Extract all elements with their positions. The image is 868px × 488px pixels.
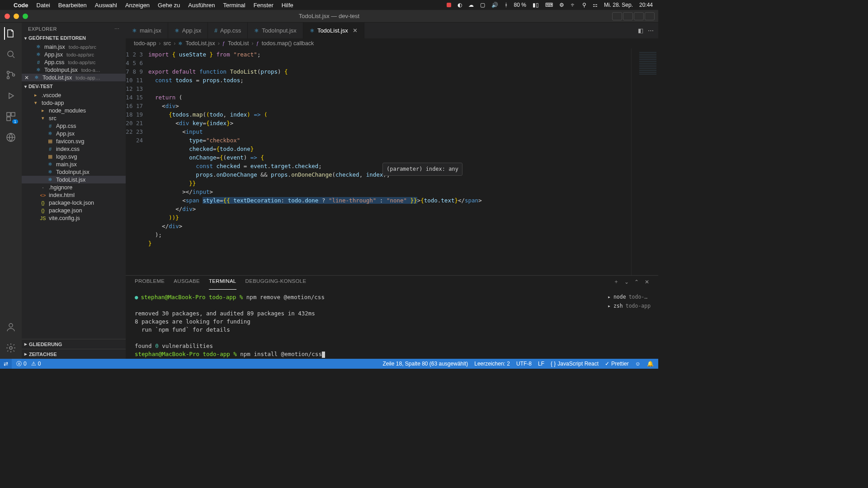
activity-account-icon[interactable]: [5, 321, 17, 333]
terminal-instance[interactable]: ▸node todo-…: [606, 292, 656, 301]
search-icon[interactable]: ⚲: [582, 2, 586, 8]
menubar-time[interactable]: 20:44: [639, 2, 653, 8]
file-item[interactable]: ·.hgignore: [22, 183, 126, 191]
split-editor-icon[interactable]: ◧: [638, 27, 643, 34]
status-encoding[interactable]: UTF-8: [516, 361, 532, 367]
file-item[interactable]: ⚛main.jsx: [22, 160, 126, 168]
folder-item[interactable]: ▸ node_modules: [22, 107, 126, 114]
status-language[interactable]: { } JavaScript React: [551, 361, 599, 367]
status-bell-icon[interactable]: 🔔: [647, 361, 654, 367]
folder-item[interactable]: ▸ .vscode: [22, 91, 126, 99]
menu-run[interactable]: Ausführen: [188, 2, 215, 9]
file-item[interactable]: ▦logo.svg: [22, 153, 126, 160]
file-item[interactable]: <>index.html: [22, 191, 126, 199]
panel-tab[interactable]: PROBLEME: [135, 278, 165, 290]
explorer-more-icon[interactable]: ⋯: [114, 26, 120, 32]
wifi-icon[interactable]: ᯤ: [571, 2, 576, 8]
menu-terminal[interactable]: Terminal: [223, 2, 245, 9]
activity-remote-icon[interactable]: [5, 131, 17, 144]
menu-go[interactable]: Gehe zu: [158, 2, 180, 9]
activity-explorer-icon[interactable]: [4, 27, 17, 40]
open-editor-item[interactable]: ⚛App.jsxtodo-app/src: [22, 51, 126, 58]
panel-tab[interactable]: AUSGABE: [174, 278, 200, 290]
breadcrumb-item[interactable]: todos.map() callback: [262, 40, 314, 47]
menu-edit[interactable]: Bearbeiten: [58, 2, 87, 9]
editor-tab[interactable]: #App.css: [208, 23, 248, 38]
volume-icon[interactable]: 🔊: [491, 2, 498, 8]
breadcrumb-item[interactable]: TodoList: [228, 40, 249, 47]
file-item[interactable]: {}package-lock.json: [22, 199, 126, 206]
minimap[interactable]: [631, 48, 658, 275]
file-item[interactable]: #App.css: [22, 122, 126, 130]
window-maximize-button[interactable]: [23, 14, 28, 19]
tab-more-icon[interactable]: ⋯: [648, 27, 654, 34]
status-errors[interactable]: ⓧ 0: [16, 360, 27, 368]
panel-tab[interactable]: TERMINAL: [209, 278, 236, 290]
layout-icon[interactable]: [645, 12, 655, 20]
editor-tab[interactable]: ⚛TodoInput.jsx: [248, 23, 303, 38]
open-editor-item[interactable]: ⚛TodoInput.jsxtodo-a…: [22, 66, 126, 74]
tab-close-icon[interactable]: ✕: [353, 27, 358, 34]
status-feedback-icon[interactable]: ☺: [635, 361, 641, 367]
moon-icon[interactable]: ◐: [458, 2, 462, 8]
panel-dropdown-icon[interactable]: ⌄: [624, 279, 629, 287]
file-item[interactable]: JSvite.config.js: [22, 214, 126, 222]
panel-tab[interactable]: DEBUGGING-KONSOLE: [245, 278, 307, 290]
wifi-icon[interactable]: ⚙︎: [559, 2, 564, 8]
status-indentation[interactable]: Leerzeichen: 2: [474, 361, 510, 367]
file-item[interactable]: ▦favicon.svg: [22, 137, 126, 145]
file-item[interactable]: ⚛TodoInput.jsx: [22, 168, 126, 176]
open-editor-item[interactable]: ⚛main.jsxtodo-app/src: [22, 43, 126, 51]
status-eol[interactable]: LF: [538, 361, 544, 367]
status-cursor-position[interactable]: Zeile 18, Spalte 80 (63 ausgewählt): [382, 361, 468, 367]
menubar-date[interactable]: Mi. 28. Sep.: [604, 2, 633, 8]
outline-section[interactable]: ▸GLIEDERUNG: [22, 339, 126, 349]
window-minimize-button[interactable]: [14, 14, 19, 19]
file-item[interactable]: ⚛TodoList.jsx: [22, 176, 126, 183]
file-item[interactable]: #index.css: [22, 145, 126, 153]
menu-file[interactable]: Datei: [37, 2, 50, 9]
editor-tab[interactable]: ⚛TodoList.jsx✕: [303, 23, 364, 38]
activity-settings-icon[interactable]: [5, 342, 17, 354]
panel-right-icon[interactable]: [634, 12, 644, 20]
activity-debug-icon[interactable]: [5, 89, 17, 102]
status-warnings[interactable]: ⚠ 0: [31, 361, 41, 367]
breadcrumb-item[interactable]: todo-app: [134, 40, 156, 47]
breadcrumbs[interactable]: todo-app›src›⚛TodoList.jsx›ƒTodoList›ƒto…: [126, 38, 658, 48]
editor-tab[interactable]: ⚛main.jsx: [126, 23, 168, 38]
panel-max-icon[interactable]: ⌃: [634, 279, 639, 287]
menubar-app[interactable]: Code: [14, 2, 28, 9]
panel-bottom-icon[interactable]: [623, 12, 633, 20]
file-item[interactable]: {}package.json: [22, 206, 126, 214]
panel-close-icon[interactable]: ✕: [645, 279, 649, 287]
terminal[interactable]: ●stephan@MacBook-Pro todo-app % npm remo…: [126, 290, 658, 359]
breadcrumb-item[interactable]: TodoList.jsx: [185, 40, 215, 47]
open-editor-item[interactable]: ✕⚛TodoList.jsxtodo-app…: [22, 74, 126, 81]
display-icon[interactable]: ▢: [480, 2, 485, 8]
menu-help[interactable]: Hilfe: [282, 2, 293, 9]
battery-icon[interactable]: ▮▯: [533, 2, 539, 8]
open-editors-header[interactable]: ▾GEÖFFNETE EDITOREN: [22, 34, 126, 42]
battery-pct[interactable]: 80 %: [514, 2, 526, 8]
panel-add-icon[interactable]: ＋: [613, 278, 619, 287]
file-item[interactable]: ⚛App.jsx: [22, 130, 126, 137]
menu-view[interactable]: Anzeigen: [125, 2, 150, 9]
remote-indicator[interactable]: ⇄: [0, 359, 12, 369]
editor-tab[interactable]: ⚛App.jsx: [168, 23, 208, 38]
code-editor[interactable]: import { useState } from "react"; export…: [148, 48, 631, 275]
cloud-icon[interactable]: ☁︎: [468, 2, 474, 8]
menu-selection[interactable]: Auswahl: [95, 2, 117, 9]
bluetooth-icon[interactable]: ᚼ: [505, 2, 508, 8]
control-center-icon[interactable]: ⚏: [593, 2, 598, 8]
panel-left-icon[interactable]: [612, 12, 622, 20]
activity-extensions-icon[interactable]: 1: [5, 110, 17, 123]
recording-icon[interactable]: [447, 3, 451, 7]
close-editor-icon[interactable]: ✕: [24, 75, 29, 81]
breadcrumb-item[interactable]: src: [164, 40, 171, 47]
window-close-button[interactable]: [5, 14, 10, 19]
terminal-instance[interactable]: ▸zsh todo-app: [606, 301, 656, 310]
menu-window[interactable]: Fenster: [254, 2, 274, 9]
open-editor-item[interactable]: #App.csstodo-app/src: [22, 58, 126, 66]
timeline-section[interactable]: ▸ZEITACHSE: [22, 349, 126, 359]
activity-search-icon[interactable]: [5, 48, 17, 61]
